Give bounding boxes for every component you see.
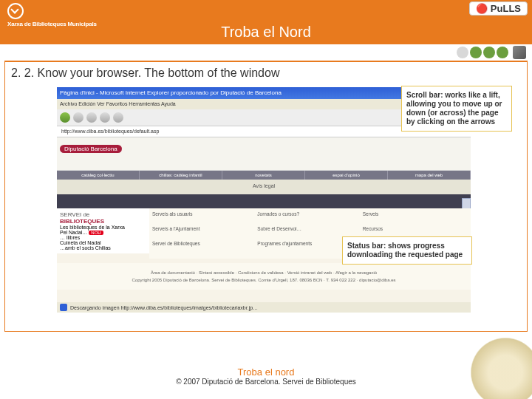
slide-footer: Troba el nord © 2007 Diputació de Barcel…	[0, 366, 532, 386]
back-icon[interactable]	[470, 47, 482, 58]
page-header: Diputació Barcelona	[57, 137, 471, 171]
slide-header: Xarxa de Biblioteques Municipals Troba e…	[0, 0, 532, 44]
mid-strip: Avís legal	[57, 180, 471, 194]
speaker-icon[interactable]	[513, 46, 526, 59]
toolbar-back-icon[interactable]	[60, 112, 70, 123]
list-item[interactable]: Serveis a l'Ajuntament	[152, 226, 257, 241]
toolbar-forward-icon[interactable]	[73, 112, 83, 123]
refresh-icon[interactable]	[497, 47, 508, 58]
sidebar-item[interactable]: Les biblioteques de la Xarxa	[60, 225, 149, 230]
callout-statusbar: Status bar: shows progress downloading t…	[342, 236, 472, 265]
footer-copyright: © 2007 Diputació de Barcelona. Servei de…	[0, 378, 532, 386]
org-logo: Xarxa de Biblioteques Municipals	[7, 3, 97, 27]
list-item[interactable]: Jornades o cursos?	[257, 211, 362, 226]
site-menu-item[interactable]: catàleg col·lectiu	[57, 171, 140, 180]
pulls-badge: 🔴 PuLLS	[469, 1, 528, 16]
toolbar-home-icon[interactable]	[113, 112, 123, 123]
section-subtitle: 2. 2. Know your browser. The bottom of t…	[11, 66, 521, 80]
site-menu-item[interactable]: espai d'opinió	[305, 171, 388, 180]
site-sidebar: SERVEI de BIBLIOTEQUES Les biblioteques …	[57, 208, 151, 253]
site-menu-item[interactable]: chilias: catàleg infantil	[140, 171, 222, 180]
list-item[interactable]: Serveis als usuaris	[152, 211, 257, 226]
sidebar-item[interactable]: …amb el socis Chilias	[60, 245, 149, 250]
sidebar-item[interactable]: … llibres	[60, 235, 149, 240]
page-footer-text: Àrea de documentació · Síntesi accessibl…	[57, 263, 471, 290]
site-menu: catàleg col·lectiu chilias: catàleg infa…	[57, 171, 471, 180]
toolbar-refresh-icon[interactable]	[100, 112, 110, 123]
callout-scrollbar: Scroll bar: works like a lift, allowing …	[401, 86, 512, 132]
ie-icon	[60, 304, 67, 311]
status-bar-2: Descargando imagen http://www.diba.es/bi…	[57, 302, 471, 313]
diputacio-badge: Diputació Barcelona	[60, 145, 122, 153]
site-menu-item[interactable]: novetats	[222, 171, 305, 180]
footer-title: Troba el nord	[0, 366, 532, 378]
forward-icon[interactable]	[483, 47, 495, 58]
sidebar-item[interactable]: Pel Nadal… NOU	[60, 230, 149, 235]
compass-watermark-icon	[466, 332, 532, 399]
home-icon[interactable]	[457, 47, 468, 58]
content-frame: 2. 2. Know your browser. The bottom of t…	[4, 61, 528, 332]
sidebar-item[interactable]: Cuineta del Nadal	[60, 240, 149, 245]
nav-icons	[457, 44, 526, 59]
list-item[interactable]: Servei de Biblioteques	[152, 241, 257, 256]
servei-logo: SERVEI de BIBLIOTEQUES	[60, 211, 149, 225]
diba-logo-icon	[7, 3, 24, 19]
slide-title: Troba el Nord	[221, 24, 311, 41]
status-text-2: Descargando imagen http://www.diba.es/bi…	[70, 305, 258, 310]
toolbar-stop-icon[interactable]	[86, 112, 97, 123]
list-item[interactable]: Serveis	[363, 211, 468, 226]
org-name: Xarxa de Biblioteques Municipals	[7, 21, 97, 27]
site-menu-item[interactable]: mapa del web	[388, 171, 471, 180]
